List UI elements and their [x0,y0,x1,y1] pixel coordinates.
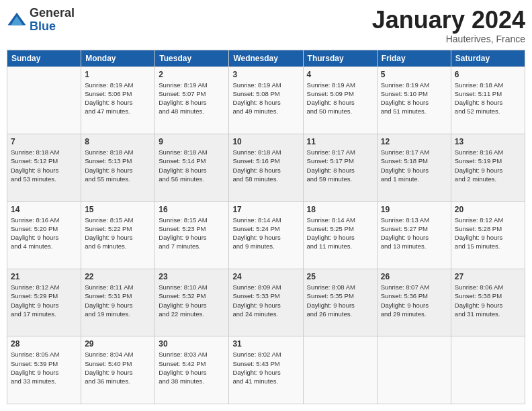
day-info: Sunrise: 8:16 AM Sunset: 5:19 PM Dayligh… [455,148,521,183]
day-number: 18 [307,205,373,214]
day-cell: 24Sunrise: 8:09 AM Sunset: 5:33 PM Dayli… [229,269,303,336]
day-cell: 7Sunrise: 8:18 AM Sunset: 5:12 PM Daylig… [7,134,81,201]
day-cell: 26Sunrise: 8:07 AM Sunset: 5:36 PM Dayli… [377,269,451,336]
day-number: 16 [159,205,225,214]
day-cell [303,336,377,404]
col-header-sunday: Sunday [7,50,81,66]
day-number: 5 [381,70,447,79]
day-info: Sunrise: 8:18 AM Sunset: 5:12 PM Dayligh… [11,148,77,183]
day-number: 24 [232,272,299,281]
logo-general: General [30,7,75,20]
day-cell: 22Sunrise: 8:11 AM Sunset: 5:31 PM Dayli… [81,269,155,336]
col-header-wednesday: Wednesday [229,50,303,66]
day-number: 10 [232,137,299,146]
header-row: SundayMondayTuesdayWednesdayThursdayFrid… [7,50,525,66]
col-header-saturday: Saturday [451,50,525,66]
day-cell: 27Sunrise: 8:06 AM Sunset: 5:38 PM Dayli… [451,269,525,336]
day-cell: 23Sunrise: 8:10 AM Sunset: 5:32 PM Dayli… [155,269,229,336]
day-cell: 8Sunrise: 8:18 AM Sunset: 5:13 PM Daylig… [81,134,155,201]
day-cell: 10Sunrise: 8:18 AM Sunset: 5:16 PM Dayli… [229,134,303,201]
col-header-thursday: Thursday [303,50,377,66]
day-number: 30 [159,339,225,349]
day-info: Sunrise: 8:15 AM Sunset: 5:23 PM Dayligh… [159,216,225,251]
day-cell: 18Sunrise: 8:14 AM Sunset: 5:25 PM Dayli… [303,201,377,269]
week-row-1: 1Sunrise: 8:19 AM Sunset: 5:06 PM Daylig… [7,66,525,134]
col-header-tuesday: Tuesday [155,50,229,66]
day-info: Sunrise: 8:13 AM Sunset: 5:27 PM Dayligh… [381,216,447,251]
day-cell: 16Sunrise: 8:15 AM Sunset: 5:23 PM Dayli… [155,201,229,269]
day-cell [377,336,451,404]
day-info: Sunrise: 8:04 AM Sunset: 5:40 PM Dayligh… [85,350,151,385]
logo-blue: Blue [30,20,75,34]
title-block: January 2024 Hauterives, France [372,7,525,44]
day-cell: 12Sunrise: 8:17 AM Sunset: 5:18 PM Dayli… [377,134,451,201]
day-cell: 20Sunrise: 8:12 AM Sunset: 5:28 PM Dayli… [451,201,525,269]
day-info: Sunrise: 8:02 AM Sunset: 5:43 PM Dayligh… [232,350,299,385]
week-row-3: 14Sunrise: 8:16 AM Sunset: 5:20 PM Dayli… [7,201,525,269]
day-info: Sunrise: 8:07 AM Sunset: 5:36 PM Dayligh… [381,283,447,318]
day-number: 4 [307,70,373,79]
day-number: 13 [455,137,521,146]
day-number: 21 [11,272,77,281]
day-info: Sunrise: 8:12 AM Sunset: 5:28 PM Dayligh… [455,216,521,251]
day-info: Sunrise: 8:09 AM Sunset: 5:33 PM Dayligh… [232,283,299,318]
day-info: Sunrise: 8:19 AM Sunset: 5:08 PM Dayligh… [232,81,299,116]
day-number: 17 [232,205,299,214]
day-info: Sunrise: 8:19 AM Sunset: 5:06 PM Dayligh… [85,81,151,116]
col-header-friday: Friday [377,50,451,66]
day-cell: 21Sunrise: 8:12 AM Sunset: 5:29 PM Dayli… [7,269,81,336]
day-cell: 2Sunrise: 8:19 AM Sunset: 5:07 PM Daylig… [155,66,229,134]
day-info: Sunrise: 8:18 AM Sunset: 5:14 PM Dayligh… [159,148,225,183]
day-cell: 19Sunrise: 8:13 AM Sunset: 5:27 PM Dayli… [377,201,451,269]
week-row-4: 21Sunrise: 8:12 AM Sunset: 5:29 PM Dayli… [7,269,525,336]
day-number: 22 [85,272,151,281]
day-cell: 1Sunrise: 8:19 AM Sunset: 5:06 PM Daylig… [81,66,155,134]
day-info: Sunrise: 8:17 AM Sunset: 5:18 PM Dayligh… [381,148,447,183]
week-row-2: 7Sunrise: 8:18 AM Sunset: 5:12 PM Daylig… [7,134,525,201]
day-info: Sunrise: 8:16 AM Sunset: 5:20 PM Dayligh… [11,216,77,251]
day-number: 31 [232,339,299,349]
header: General Blue January 2024 Hauterives, Fr… [7,7,525,44]
day-info: Sunrise: 8:11 AM Sunset: 5:31 PM Dayligh… [85,283,151,318]
day-info: Sunrise: 8:10 AM Sunset: 5:32 PM Dayligh… [159,283,225,318]
logo-text: General Blue [30,7,75,34]
day-cell: 29Sunrise: 8:04 AM Sunset: 5:40 PM Dayli… [81,336,155,404]
day-number: 7 [11,137,77,146]
day-cell: 4Sunrise: 8:19 AM Sunset: 5:09 PM Daylig… [303,66,377,134]
calendar-body: 1Sunrise: 8:19 AM Sunset: 5:06 PM Daylig… [7,66,525,404]
day-info: Sunrise: 8:19 AM Sunset: 5:07 PM Dayligh… [159,81,225,116]
day-info: Sunrise: 8:03 AM Sunset: 5:42 PM Dayligh… [159,350,225,385]
day-number: 15 [85,205,151,214]
day-cell: 30Sunrise: 8:03 AM Sunset: 5:42 PM Dayli… [155,336,229,404]
day-info: Sunrise: 8:18 AM Sunset: 5:16 PM Dayligh… [232,148,299,183]
day-cell: 31Sunrise: 8:02 AM Sunset: 5:43 PM Dayli… [229,336,303,404]
day-cell: 25Sunrise: 8:08 AM Sunset: 5:35 PM Dayli… [303,269,377,336]
day-number: 28 [11,339,77,349]
day-info: Sunrise: 8:06 AM Sunset: 5:38 PM Dayligh… [455,283,521,318]
day-number: 9 [159,137,225,146]
day-info: Sunrise: 8:15 AM Sunset: 5:22 PM Dayligh… [85,216,151,251]
calendar-subtitle: Hauterives, France [372,34,525,44]
day-cell: 9Sunrise: 8:18 AM Sunset: 5:14 PM Daylig… [155,134,229,201]
calendar-header: SundayMondayTuesdayWednesdayThursdayFrid… [7,50,525,66]
day-cell: 17Sunrise: 8:14 AM Sunset: 5:24 PM Dayli… [229,201,303,269]
page: General Blue January 2024 Hauterives, Fr… [0,0,532,411]
day-cell: 6Sunrise: 8:18 AM Sunset: 5:11 PM Daylig… [451,66,525,134]
day-info: Sunrise: 8:14 AM Sunset: 5:24 PM Dayligh… [232,216,299,251]
week-row-5: 28Sunrise: 8:05 AM Sunset: 5:39 PM Dayli… [7,336,525,404]
day-cell [7,66,81,134]
day-number: 14 [11,205,77,214]
day-cell: 11Sunrise: 8:17 AM Sunset: 5:17 PM Dayli… [303,134,377,201]
day-number: 2 [159,70,225,79]
logo-icon [7,10,27,30]
day-info: Sunrise: 8:18 AM Sunset: 5:11 PM Dayligh… [455,81,521,116]
calendar-table: SundayMondayTuesdayWednesdayThursdayFrid… [7,50,525,404]
day-number: 8 [85,137,151,146]
day-number: 23 [159,272,225,281]
calendar-title: January 2024 [372,7,525,34]
day-number: 1 [85,70,151,79]
day-cell: 13Sunrise: 8:16 AM Sunset: 5:19 PM Dayli… [451,134,525,201]
day-cell: 28Sunrise: 8:05 AM Sunset: 5:39 PM Dayli… [7,336,81,404]
day-number: 6 [455,70,521,79]
day-info: Sunrise: 8:18 AM Sunset: 5:13 PM Dayligh… [85,148,151,183]
